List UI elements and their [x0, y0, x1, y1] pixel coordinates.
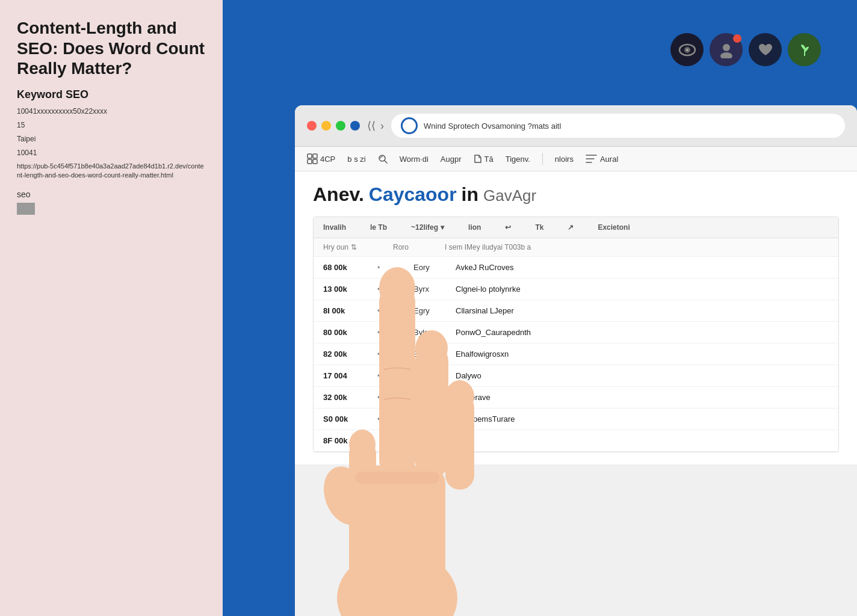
row-desc-2: Cllarsinal LJeper	[456, 306, 829, 315]
col-header-arrow: ↩	[505, 223, 511, 232]
svg-rect-21	[355, 472, 439, 484]
svg-point-19	[349, 430, 376, 460]
toolbar-label-7: Aural	[600, 155, 618, 164]
browser-window: ⟨⟨ › Wnind Sprotech Ovsamoning ?mats ait…	[295, 105, 857, 616]
toolbar-item-0[interactable]: 4CP	[307, 153, 335, 164]
col-header-4: Tk	[535, 223, 543, 232]
hand-svg	[295, 195, 506, 616]
browser-chrome: ⟨⟨ › Wnind Sprotech Ovsamoning ?mats ait…	[295, 105, 857, 147]
row-desc-5: Dalywo	[456, 371, 829, 380]
traffic-lights	[307, 121, 360, 131]
svg-rect-5	[308, 154, 312, 158]
row-desc-3: PonwO_Caurapednth	[456, 328, 829, 337]
svg-rect-6	[313, 154, 317, 158]
icon-wrap-1	[670, 33, 704, 66]
toolbar-item-4[interactable]: Tā	[474, 154, 493, 164]
right-area: ⟨⟨ › Wnind Sprotech Ovsamoning ?mats ait…	[223, 0, 857, 616]
toolbar-label-0: 4CP	[320, 155, 335, 164]
forward-icon[interactable]: ›	[380, 120, 384, 132]
svg-point-4	[720, 52, 732, 58]
sidebar-keyword: Keyword SEO	[17, 88, 206, 101]
svg-point-2	[686, 49, 688, 51]
toolbar-label-2: Worm·di	[400, 155, 428, 164]
sidebar-meta-1: 10041xxxxxxxxxx50x22xxxx	[17, 106, 206, 117]
toolbar-item-5[interactable]: Tigenv.	[506, 155, 530, 164]
row-desc-4: Ehalfowigrosxn	[456, 350, 829, 359]
tl-close[interactable]	[307, 121, 317, 131]
toolbar-label-4: Tā	[484, 155, 493, 164]
toolbar-item-6[interactable]: nloirs	[555, 155, 574, 164]
address-bar[interactable]: Wnind Sprotech Ovsamoning ?mats aitl	[391, 114, 845, 138]
plant-icon-circle	[788, 33, 821, 66]
toolbar-label-3: Augpr	[441, 155, 462, 164]
tl-extra	[350, 121, 360, 131]
eye-icon-circle	[670, 33, 704, 66]
toolbar-item-7[interactable]: Aural	[586, 155, 618, 164]
sidebar-url: https://pub-5c454f571b8e40a3a2aad27ade84…	[17, 162, 206, 180]
sidebar-meta-3: Taipei	[17, 134, 206, 145]
sidebar-title: Content-Length and SEO: Does Word Count …	[17, 18, 206, 79]
sidebar-meta-2: 15	[17, 120, 206, 131]
toolbar-label-5: Tigenv.	[506, 155, 530, 164]
sidebar-meta-4: 10041	[17, 147, 206, 159]
col-header-5-icon: ↗	[568, 223, 574, 232]
browser-toolbar: 4CP b s zi Worm·di Augpr	[295, 147, 857, 171]
svg-point-3	[723, 44, 730, 51]
svg-rect-7	[308, 159, 312, 164]
toolbar-item-2[interactable]: Worm·di	[400, 155, 428, 164]
hand-overlay	[295, 195, 506, 616]
row-desc-1: Clgnei-lo ptolynrke	[456, 285, 829, 294]
svg-rect-12	[379, 285, 415, 478]
toolbar-label-1: b s zi	[347, 155, 365, 164]
tl-maximize[interactable]	[336, 121, 345, 131]
sidebar-box-decoration	[17, 203, 35, 215]
icon-wrap-3	[749, 33, 782, 66]
left-sidebar: Content-Length and SEO: Does Word Count …	[0, 0, 223, 616]
back-icon[interactable]: ⟨⟨	[367, 119, 376, 132]
row-desc-6: Eowerave	[456, 393, 829, 402]
toolbar-separator	[542, 153, 543, 165]
toolbar-item-search[interactable]	[378, 154, 388, 164]
row-desc-0: AvkeJ RuCroves	[456, 263, 829, 272]
sidebar-tag: seo	[17, 189, 206, 199]
svg-rect-8	[313, 159, 317, 164]
notification-dot	[733, 34, 741, 43]
nav-buttons: ⟨⟨ ›	[367, 119, 384, 132]
col-header-5: Excietoni	[598, 223, 630, 232]
top-icons-row	[670, 33, 821, 66]
svg-point-17	[445, 380, 474, 413]
address-circle-icon	[401, 117, 418, 134]
toolbar-item-3[interactable]: Augpr	[441, 155, 462, 164]
svg-point-15	[415, 330, 448, 366]
tl-minimize[interactable]	[321, 121, 331, 131]
icon-wrap-2	[710, 33, 743, 66]
svg-point-13	[379, 267, 415, 309]
heart-icon-circle	[749, 33, 782, 66]
address-text: Wnind Sprotech Ovsamoning ?mats aitl	[424, 122, 835, 131]
icon-wrap-4	[788, 33, 821, 66]
row-desc-7: OhrepemsTurare	[456, 414, 829, 424]
toolbar-item-1[interactable]: b s zi	[347, 155, 365, 164]
toolbar-label-6: nloirs	[555, 155, 574, 164]
